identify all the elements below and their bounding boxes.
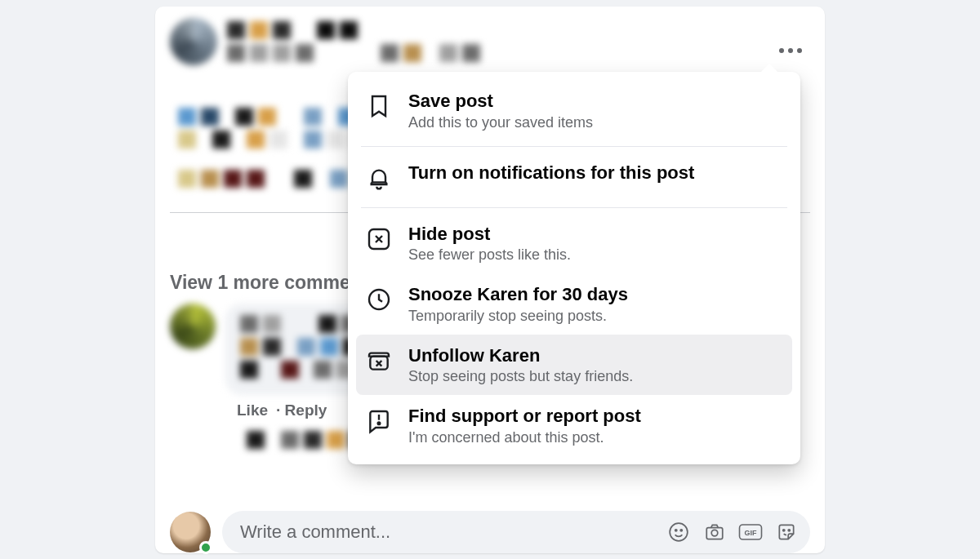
menu-save-sub: Add this to your saved items — [408, 114, 593, 131]
comment-author-avatar[interactable] — [170, 304, 216, 349]
gif-icon[interactable]: GIF — [738, 520, 763, 544]
post-author-name[interactable] — [227, 18, 480, 67]
post-header — [170, 18, 810, 67]
menu-snooze[interactable]: Snooze Karen for 30 days Temporarily sto… — [356, 273, 792, 335]
comment-placeholder: Write a comment... — [240, 521, 390, 543]
composer-icons: GIF — [666, 520, 799, 544]
svg-point-1 — [675, 530, 677, 531]
camera-icon[interactable] — [702, 520, 727, 544]
archive-x-icon — [366, 348, 394, 375]
bookmark-icon — [366, 93, 394, 121]
comment-input[interactable]: Write a comment... GIF — [222, 511, 810, 553]
svg-point-2 — [680, 530, 682, 531]
my-avatar[interactable] — [170, 512, 211, 552]
menu-save-title: Save post — [408, 90, 593, 113]
menu-unfollow-title: Unfollow Karen — [408, 344, 633, 367]
menu-separator — [361, 146, 787, 147]
post-author-avatar[interactable] — [170, 18, 217, 65]
menu-hide-title: Hide post — [408, 223, 571, 246]
svg-point-8 — [788, 530, 790, 531]
sticker-icon[interactable] — [774, 520, 799, 544]
svg-text:GIF: GIF — [745, 529, 758, 537]
menu-unfollow[interactable]: Unfollow Karen Stop seeing posts but sta… — [356, 335, 792, 396]
comment-reply-button[interactable]: Reply — [276, 402, 327, 419]
post-options-menu: Save post Add this to your saved items T… — [348, 72, 800, 464]
svg-point-4 — [711, 530, 718, 536]
svg-point-0 — [670, 523, 688, 541]
post-options-button[interactable] — [774, 34, 807, 67]
menu-hide-post[interactable]: Hide post See fewer posts like this. — [356, 213, 792, 274]
menu-notify-title: Turn on notifications for this post — [408, 162, 694, 184]
comment-composer: Write a comment... GIF — [170, 511, 810, 553]
menu-separator — [361, 207, 787, 208]
bell-icon — [366, 165, 394, 193]
presence-indicator — [199, 541, 212, 554]
menu-report-title: Find support or report post — [408, 405, 641, 428]
x-box-icon — [366, 226, 394, 254]
emoji-icon[interactable] — [666, 520, 691, 544]
clock-icon — [366, 286, 394, 314]
menu-report[interactable]: Find support or report post I'm concerne… — [356, 395, 792, 456]
menu-unfollow-sub: Stop seeing posts but stay friends. — [408, 368, 633, 385]
svg-point-12 — [378, 422, 381, 424]
menu-notifications[interactable]: Turn on notifications for this post — [356, 152, 792, 202]
svg-point-7 — [783, 530, 785, 531]
menu-hide-sub: See fewer posts like this. — [408, 246, 571, 264]
menu-snooze-title: Snooze Karen for 30 days — [408, 283, 628, 306]
menu-snooze-sub: Temporarily stop seeing posts. — [408, 308, 628, 325]
comment-like-button[interactable]: Like — [237, 402, 268, 419]
report-icon — [366, 408, 394, 436]
menu-save-post[interactable]: Save post Add this to your saved items — [356, 80, 792, 141]
menu-report-sub: I'm concerned about this post. — [408, 429, 641, 446]
